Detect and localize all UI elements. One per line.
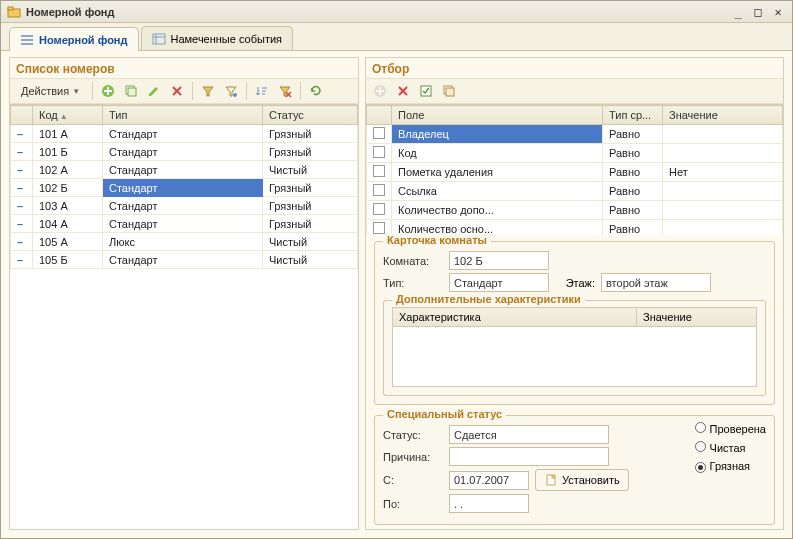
from-field[interactable] bbox=[449, 471, 529, 490]
filter-settings-button[interactable] bbox=[221, 81, 241, 101]
type-field[interactable] bbox=[449, 273, 549, 292]
to-label: По: bbox=[383, 498, 443, 510]
cell-field: Количество осно... bbox=[392, 220, 603, 236]
floor-field[interactable] bbox=[601, 273, 711, 292]
checkbox-icon[interactable] bbox=[373, 203, 385, 215]
cell-check[interactable] bbox=[367, 125, 392, 144]
delete-button[interactable] bbox=[167, 81, 187, 101]
cell-field: Владелец bbox=[392, 125, 603, 144]
table-row[interactable]: Количество допо... Равно bbox=[367, 201, 783, 220]
row-marker-icon: – bbox=[11, 179, 33, 197]
table-row[interactable]: Пометка удаления Равно Нет bbox=[367, 163, 783, 182]
add-button[interactable] bbox=[98, 81, 118, 101]
col-cmp[interactable]: Тип ср... bbox=[603, 106, 663, 125]
table-row[interactable]: Владелец Равно bbox=[367, 125, 783, 144]
col-marker[interactable] bbox=[11, 106, 33, 125]
col-char-value[interactable]: Значение bbox=[637, 308, 757, 327]
table-row[interactable]: – 102 А Стандарт Чистый bbox=[11, 161, 358, 179]
filter-copy-button[interactable] bbox=[439, 81, 459, 101]
svg-rect-5 bbox=[153, 34, 165, 44]
toolbar-separator bbox=[92, 82, 93, 100]
chars-body[interactable] bbox=[392, 327, 757, 387]
maximize-button[interactable]: □ bbox=[750, 5, 766, 19]
col-code[interactable]: Код▲ bbox=[33, 106, 103, 125]
table-row[interactable]: – 101 Б Стандарт Грязный bbox=[11, 143, 358, 161]
cell-type: Стандарт bbox=[103, 143, 263, 161]
rooms-grid[interactable]: Код▲ Тип Статус – 101 А Стандарт Грязный… bbox=[10, 104, 358, 529]
table-row[interactable]: – 105 Б Стандарт Чистый bbox=[11, 251, 358, 269]
sort-button[interactable] bbox=[252, 81, 272, 101]
filter-toggle-button[interactable] bbox=[198, 81, 218, 101]
room-label: Комната: bbox=[383, 255, 443, 267]
content-area: Список номеров Действия ▼ bbox=[1, 51, 792, 538]
cell-cmp: Равно bbox=[603, 144, 663, 163]
cell-field: Количество допо... bbox=[392, 201, 603, 220]
close-button[interactable]: ✕ bbox=[770, 5, 786, 19]
room-field[interactable] bbox=[449, 251, 549, 270]
cell-check[interactable] bbox=[367, 144, 392, 163]
checkbox-icon[interactable] bbox=[373, 127, 385, 139]
checkbox-icon[interactable] bbox=[373, 146, 385, 158]
row-marker-icon: – bbox=[11, 143, 33, 161]
cell-status: Чистый bbox=[263, 161, 358, 179]
col-type[interactable]: Тип bbox=[103, 106, 263, 125]
table-row[interactable]: – 102 Б Стандарт Грязный bbox=[11, 179, 358, 197]
refresh-button[interactable] bbox=[306, 81, 326, 101]
filter-add-button[interactable] bbox=[370, 81, 390, 101]
table-row[interactable]: Ссылка Равно bbox=[367, 182, 783, 201]
reason-field[interactable] bbox=[449, 447, 609, 466]
table-row[interactable]: Количество осно... Равно bbox=[367, 220, 783, 236]
filter-pane: Отбор Поле Тип ср... Значение bbox=[365, 57, 784, 530]
status-radios: Проверена Чистая Грязная bbox=[695, 422, 766, 516]
col-status[interactable]: Статус bbox=[263, 106, 358, 125]
to-field[interactable] bbox=[449, 494, 529, 513]
cell-code: 102 А bbox=[33, 161, 103, 179]
cell-check[interactable] bbox=[367, 182, 392, 201]
document-icon bbox=[544, 473, 558, 487]
filter-check-button[interactable] bbox=[416, 81, 436, 101]
filter-clear-button[interactable] bbox=[275, 81, 295, 101]
cell-value: Нет bbox=[663, 163, 783, 182]
set-button[interactable]: Установить bbox=[535, 469, 629, 491]
tab-events[interactable]: Намеченные события bbox=[141, 26, 294, 50]
cell-check[interactable] bbox=[367, 163, 392, 182]
table-row[interactable]: Код Равно bbox=[367, 144, 783, 163]
cell-cmp: Равно bbox=[603, 201, 663, 220]
cell-check[interactable] bbox=[367, 220, 392, 236]
status-field[interactable] bbox=[449, 425, 609, 444]
table-row[interactable]: – 101 А Стандарт Грязный bbox=[11, 125, 358, 143]
radio-dirty[interactable]: Грязная bbox=[695, 460, 766, 473]
col-field[interactable]: Поле bbox=[392, 106, 603, 125]
col-check[interactable] bbox=[367, 106, 392, 125]
edit-button[interactable] bbox=[144, 81, 164, 101]
col-char-name[interactable]: Характеристика bbox=[393, 308, 637, 327]
cell-field: Ссылка bbox=[392, 182, 603, 201]
filter-remove-button[interactable] bbox=[393, 81, 413, 101]
row-marker-icon: – bbox=[11, 251, 33, 269]
table-row[interactable]: – 104 А Стандарт Грязный bbox=[11, 215, 358, 233]
checkbox-icon[interactable] bbox=[373, 184, 385, 196]
tab-rooms[interactable]: Номерной фонд bbox=[9, 27, 139, 51]
rooms-toolbar: Действия ▼ bbox=[10, 78, 358, 104]
copy-button[interactable] bbox=[121, 81, 141, 101]
app-icon bbox=[7, 5, 21, 19]
cell-value bbox=[663, 201, 783, 220]
radio-checked[interactable]: Проверена bbox=[695, 422, 766, 435]
checkbox-icon[interactable] bbox=[373, 222, 385, 234]
actions-menu[interactable]: Действия ▼ bbox=[14, 81, 87, 101]
cell-code: 105 А bbox=[33, 233, 103, 251]
cell-check[interactable] bbox=[367, 201, 392, 220]
col-value[interactable]: Значение bbox=[663, 106, 783, 125]
row-marker-icon: – bbox=[11, 197, 33, 215]
window-controls: _ □ ✕ bbox=[730, 5, 786, 19]
table-row[interactable]: – 105 А Люкс Чистый bbox=[11, 233, 358, 251]
list-icon bbox=[20, 33, 34, 47]
minimize-button[interactable]: _ bbox=[730, 5, 746, 19]
room-card: Карточка комнаты Комната: Тип: Этаж: Доп… bbox=[374, 241, 775, 405]
table-row[interactable]: – 103 А Стандарт Грязный bbox=[11, 197, 358, 215]
checkbox-icon[interactable] bbox=[373, 165, 385, 177]
filter-grid[interactable]: Поле Тип ср... Значение Владелец Равно К… bbox=[366, 104, 783, 235]
app-window: Номерной фонд _ □ ✕ Номерной фонд Намече… bbox=[0, 0, 793, 539]
cell-type: Стандарт bbox=[103, 251, 263, 269]
radio-clean[interactable]: Чистая bbox=[695, 441, 766, 454]
